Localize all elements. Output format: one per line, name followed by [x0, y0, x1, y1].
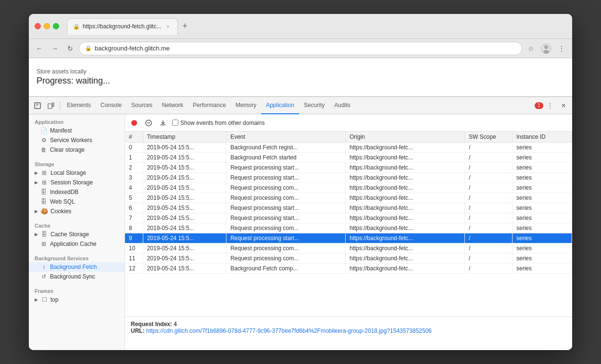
account-icon[interactable] — [539, 42, 553, 55]
svg-rect-4 — [48, 104, 52, 109]
table-row[interactable]: 4 2019-05-24 15:5... Request processing … — [125, 183, 572, 193]
sidebar-item-web-sql[interactable]: 🗄 Web SQL — [29, 197, 125, 206]
table-row[interactable]: 12 2019-05-24 15:5... Background Fetch c… — [125, 264, 572, 274]
detail-url: URL: https://cdn.glitch.com/7f1b6896-078… — [131, 328, 566, 334]
maximize-window-button[interactable] — [53, 23, 59, 29]
cell-event: Request processing start... — [226, 163, 346, 173]
sidebar-item-application-cache[interactable]: ⊞ Application Cache — [29, 239, 125, 249]
tab-divider — [60, 101, 60, 110]
cell-scope: / — [464, 243, 512, 254]
error-count-badge[interactable]: 1 — [535, 102, 543, 109]
table-row[interactable]: 2 2019-05-24 15:5... Request processing … — [125, 163, 572, 173]
sidebar-item-indexeddb[interactable]: 🗄 IndexedDB — [29, 187, 125, 197]
cell-event: Request processing com... — [226, 193, 346, 203]
cell-timestamp: 2019-05-24 15:5... — [143, 223, 226, 233]
sidebar-section-title-storage: Storage — [29, 160, 125, 168]
tab-network[interactable]: Network — [157, 97, 188, 114]
table-row[interactable]: 7 2019-05-24 15:5... Request processing … — [125, 213, 572, 223]
cell-scope: / — [464, 264, 512, 274]
sidebar-item-cookies[interactable]: ▶ 🍪 Cookies — [29, 206, 125, 216]
sidebar-section-frames: Frames ▶ ☐ top — [29, 283, 125, 306]
record-button[interactable] — [129, 118, 139, 128]
svg-point-6 — [131, 120, 137, 126]
tab-security[interactable]: Security — [299, 97, 329, 114]
table-row[interactable]: 5 2019-05-24 15:5... Request processing … — [125, 193, 572, 203]
table-row[interactable]: 9 2019-05-24 15:5... Request processing … — [125, 233, 572, 243]
chrome-menu-icon[interactable]: ⋮ — [555, 42, 568, 55]
tab-audits[interactable]: Audits — [329, 97, 355, 114]
table-row[interactable]: 6 2019-05-24 15:5... Request processing … — [125, 203, 572, 213]
close-devtools-icon[interactable]: ✕ — [557, 99, 570, 112]
show-events-label[interactable]: Show events from other domains — [172, 120, 264, 126]
title-bar: 🔒 https://background-fetch.glitc... × + — [29, 14, 572, 39]
cell-num: 7 — [125, 213, 143, 223]
tab-application[interactable]: Application — [261, 97, 299, 114]
sidebar-section-title-application: Application — [29, 118, 125, 126]
devtools-main: Show events from other domains # Timesta… — [125, 114, 572, 350]
download-button[interactable] — [158, 118, 168, 128]
tab-close-button[interactable]: × — [164, 23, 172, 30]
tab-sources[interactable]: Sources — [126, 97, 157, 114]
table-row[interactable]: 10 2019-05-24 15:5... Request processing… — [125, 243, 572, 254]
devtools: Store assets locally Progress: waiting..… — [29, 58, 572, 350]
tab-memory[interactable]: Memory — [231, 97, 261, 114]
sidebar-item-cache-storage[interactable]: ▶ 🗄 Cache Storage — [29, 230, 125, 239]
device-toolbar-icon[interactable] — [44, 99, 58, 112]
sidebar-item-local-storage[interactable]: ▶ ⊞ Local Storage — [29, 168, 125, 178]
address-text: background-fetch.glitch.me — [95, 45, 516, 52]
service-workers-icon: ⚙ — [40, 137, 47, 144]
back-button[interactable]: ← — [33, 42, 46, 55]
table-row[interactable]: 1 2019-05-24 15:5... Background Fetch st… — [125, 153, 572, 163]
cell-origin: https://background-fetc... — [346, 223, 465, 233]
minimize-window-button[interactable] — [44, 23, 50, 29]
table-row[interactable]: 0 2019-05-24 15:5... Background Fetch re… — [125, 143, 572, 153]
expand-arrow-session-storage: ▶ — [35, 180, 38, 185]
cell-instance: series — [513, 213, 572, 223]
table-row[interactable]: 11 2019-05-24 15:5... Request processing… — [125, 254, 572, 264]
web-sql-icon: 🗄 — [40, 198, 47, 205]
table-row[interactable]: 8 2019-05-24 15:5... Request processing … — [125, 223, 572, 233]
address-bar[interactable]: 🔒 background-fetch.glitch.me — [79, 42, 522, 55]
cell-origin: https://background-fetc... — [346, 173, 465, 183]
sidebar-item-top-frame[interactable]: ▶ ☐ top — [29, 295, 125, 304]
show-events-checkbox[interactable] — [172, 120, 178, 126]
tab-console[interactable]: Console — [96, 97, 126, 114]
cell-event: Request processing start... — [226, 173, 346, 183]
background-fetch-icon: ↕ — [40, 264, 47, 270]
sidebar-item-clear-storage[interactable]: 🗑 Clear storage — [29, 145, 125, 155]
more-tabs-icon[interactable]: ⋮ — [543, 99, 557, 112]
close-window-button[interactable] — [35, 23, 41, 29]
sidebar-item-service-workers[interactable]: ⚙ Service Workers — [29, 135, 125, 145]
cell-instance: series — [513, 183, 572, 193]
clear-storage-icon: 🗑 — [40, 146, 47, 153]
cell-origin: https://background-fetc... — [346, 243, 465, 254]
sidebar-item-manifest[interactable]: 📄 Manifest — [29, 126, 125, 135]
cell-timestamp: 2019-05-24 15:5... — [143, 264, 226, 274]
cookies-icon: 🍪 — [41, 208, 48, 215]
cell-timestamp: 2019-05-24 15:5... — [143, 183, 226, 193]
forward-button[interactable]: → — [48, 42, 62, 55]
devtools-tabs: Elements Console Sources Network Perform… — [29, 97, 572, 114]
bookmark-icon[interactable]: ☆ — [524, 42, 538, 55]
sidebar-item-session-storage[interactable]: ▶ ⊞ Session Storage — [29, 178, 125, 187]
cell-event: Request processing com... — [226, 183, 346, 193]
svg-rect-5 — [52, 103, 54, 107]
cell-origin: https://background-fetc... — [346, 153, 465, 163]
new-tab-button[interactable]: + — [178, 20, 191, 33]
reload-button[interactable]: ↻ — [63, 42, 77, 55]
tab-performance[interactable]: Performance — [188, 97, 231, 114]
cell-timestamp: 2019-05-24 15:5... — [143, 254, 226, 264]
sidebar-item-background-fetch[interactable]: ↕ Background Fetch — [29, 262, 125, 272]
tab-elements[interactable]: Elements — [62, 97, 96, 114]
inspect-element-icon[interactable] — [31, 99, 44, 112]
event-table[interactable]: # Timestamp Event Origin SW Scope Instan… — [125, 132, 572, 316]
clear-button[interactable] — [143, 118, 154, 128]
cell-instance: series — [513, 143, 572, 153]
col-header-sw-scope: SW Scope — [464, 132, 512, 143]
sidebar-item-background-sync[interactable]: ↺ Background Sync — [29, 272, 125, 281]
table-row[interactable]: 3 2019-05-24 15:5... Request processing … — [125, 173, 572, 183]
cell-scope: / — [464, 143, 512, 153]
browser-tab[interactable]: 🔒 https://background-fetch.glitc... × — [67, 18, 178, 35]
webpage-area: Store assets locally Progress: waiting..… — [29, 58, 572, 97]
cell-event: Request processing start... — [226, 213, 346, 223]
